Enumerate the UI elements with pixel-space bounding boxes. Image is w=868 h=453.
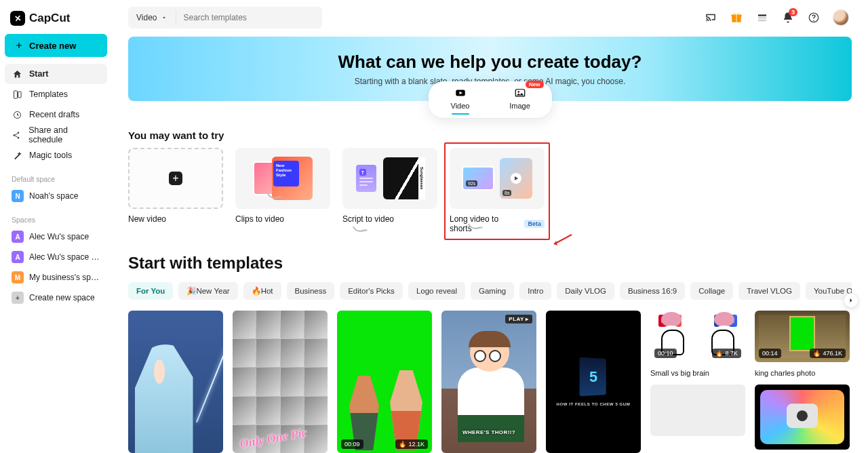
sidebar-item-share[interactable]: Share and schedule (5, 125, 107, 145)
chip[interactable]: Gaming (471, 282, 514, 300)
search-input[interactable] (176, 13, 322, 22)
template-item[interactable]: 00:14🔥476.1K (755, 311, 850, 362)
chevron-right-icon (847, 296, 855, 304)
template-item[interactable]: PLAY ▸ WHERE'S THOR!!? (441, 311, 536, 453)
template-item[interactable]: Photo 1 Photo 2 00:10🔥8.7K (650, 311, 745, 362)
topbar: Video 3 (128, 7, 852, 28)
space-badge: A (12, 251, 24, 263)
space-item[interactable]: AAlec Wu's space (5, 226, 107, 247)
create-new-button[interactable]: Create new (5, 34, 107, 57)
default-space-label: Default space (5, 165, 107, 186)
chips-next-button[interactable] (844, 293, 859, 308)
hero-banner: What can we help you create today? Start… (128, 37, 852, 101)
search-scope-select[interactable]: Video (128, 10, 176, 25)
arrow-icon (267, 192, 283, 201)
queue-icon[interactable] (755, 11, 769, 24)
search-bar[interactable]: Video (128, 7, 322, 28)
sidebar-item-home[interactable]: Start (5, 64, 107, 84)
hero-tab-video[interactable]: Video (446, 87, 475, 113)
chip[interactable]: Logo reveal (408, 282, 465, 300)
try-card-script[interactable]: T Script to video (342, 148, 437, 233)
try-cards: + New video New Fashion Style Clips to v… (128, 148, 852, 233)
plus-icon: + (12, 292, 24, 304)
chip[interactable]: 🔥Hot (243, 282, 281, 300)
svg-point-11 (517, 91, 519, 92)
logo-icon: ✕ (10, 11, 25, 26)
likes-badge: 🔥12.1K (395, 439, 428, 449)
svg-rect-1 (18, 92, 20, 98)
spaces-label: Spaces (5, 206, 107, 226)
templates-section: Start with templates For You🎉New Year🔥Ho… (128, 254, 852, 453)
try-card-clips[interactable]: New Fashion Style Clips to video (235, 148, 330, 233)
chip[interactable]: Daily VLOG (557, 282, 614, 300)
create-new-space[interactable]: + Create new space (5, 288, 107, 308)
space-name: Noah's space (29, 191, 78, 201)
new-badge: New (526, 81, 543, 88)
chip[interactable]: Travel VLOG (738, 282, 800, 300)
template-title: king charles photo (755, 369, 850, 378)
clock-icon (12, 109, 22, 120)
template-item[interactable]: 5HOW IT FEELS TO CHEW 5 GUM (546, 311, 641, 453)
video-icon (454, 87, 467, 99)
chip[interactable]: Intro (519, 282, 551, 300)
svg-point-5 (18, 137, 20, 139)
sidebar: ✕ CapCut Create new StartTemplatesRecent… (0, 0, 112, 453)
main: Video 3 What can we help you create toda… (112, 0, 868, 453)
chip[interactable]: Business (287, 282, 335, 300)
chip[interactable]: Business 16:9 (620, 282, 685, 300)
chevron-down-icon (161, 14, 167, 21)
templates-section-title: Start with templates (128, 254, 852, 273)
topbar-icons: 3 (704, 9, 852, 26)
hero-title: What can we help you create today? (338, 52, 642, 73)
sidebar-item-clock[interactable]: Recent drafts (5, 104, 107, 125)
hero-tab-image[interactable]: Image New (506, 87, 534, 113)
svg-point-4 (18, 132, 20, 134)
avatar[interactable] (833, 9, 849, 26)
beta-badge: Beta (524, 220, 545, 228)
chip[interactable]: Editor's Picks (340, 282, 403, 300)
space-badge: N (12, 190, 24, 202)
svg-rect-0 (14, 90, 17, 98)
template-title: Small vs big brain (650, 369, 745, 378)
chip[interactable]: For You (128, 282, 173, 300)
image-icon (514, 87, 526, 99)
templates-icon (12, 89, 22, 100)
try-card-long-video[interactable]: 92s 8s Long video to shortsBeta (450, 148, 545, 233)
chip[interactable]: Collage (690, 282, 733, 300)
svg-point-3 (14, 134, 16, 136)
gift-icon[interactable] (730, 11, 743, 24)
logo[interactable]: ✕ CapCut (5, 7, 107, 34)
template-category-chips: For You🎉New Year🔥HotBusinessEditor's Pic… (128, 282, 852, 300)
sidebar-nav: StartTemplatesRecent draftsShare and sch… (5, 64, 107, 165)
notifications-icon[interactable]: 3 (781, 11, 795, 24)
template-item[interactable] (128, 311, 223, 453)
space-badge: A (12, 231, 24, 243)
space-item[interactable]: AAlec Wu's space -... (5, 247, 107, 267)
template-item[interactable] (650, 385, 745, 436)
duration-badge: 00:09 (341, 439, 363, 449)
share-icon (12, 130, 22, 140)
hero-tabs: Video Image New (429, 81, 552, 118)
space-item[interactable]: MMy business's spa... (5, 267, 107, 288)
cast-icon[interactable] (704, 11, 717, 24)
space-item-default[interactable]: N Noah's space (5, 186, 107, 206)
template-item[interactable]: 00:09🔥12.1K (337, 311, 432, 453)
plus-icon: + (169, 172, 182, 185)
try-section: You may want to try + New video New Fash… (128, 130, 852, 233)
arrow-annotation-icon (550, 233, 573, 247)
template-item[interactable]: Only One Pic (233, 311, 328, 453)
try-section-title: You may want to try (128, 130, 852, 141)
plus-icon (14, 41, 24, 50)
chip[interactable]: 🎉New Year (178, 282, 237, 300)
template-item[interactable] (755, 385, 850, 450)
help-icon[interactable] (807, 11, 821, 24)
logo-text: CapCut (29, 12, 70, 25)
space-badge: M (12, 271, 24, 283)
magic-icon (12, 150, 22, 161)
notifications-badge: 3 (789, 8, 797, 16)
try-card-new-video[interactable]: + New video (128, 148, 223, 233)
sidebar-item-templates[interactable]: Templates (5, 84, 107, 104)
templates-row: Only One Pic 00:09🔥12.1K PLAY ▸ WHERE'S … (128, 311, 852, 453)
sidebar-item-magic[interactable]: Magic tools (5, 145, 107, 165)
home-icon (12, 68, 22, 79)
